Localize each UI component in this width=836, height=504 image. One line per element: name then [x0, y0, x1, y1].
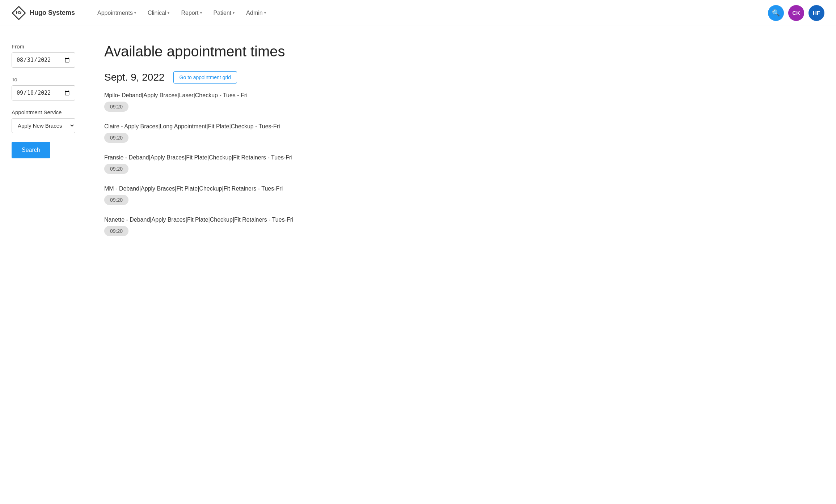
practitioner-section-2: Fransie - Deband|Apply Braces|Fit Plate|… — [104, 154, 819, 174]
to-label: To — [12, 76, 75, 82]
service-group: Appointment Service Apply New Braces Che… — [12, 109, 75, 133]
avatar-ck[interactable]: CK — [788, 5, 804, 21]
service-label: Appointment Service — [12, 109, 75, 115]
practitioner-section-1: Claire - Apply Braces|Long Appointment|F… — [104, 123, 819, 143]
practitioner-name-2: Fransie - Deband|Apply Braces|Fit Plate|… — [104, 154, 819, 161]
chevron-down-icon: ▾ — [134, 11, 136, 15]
navbar: HS Hugo Systems Appointments ▾ Clinical … — [0, 0, 836, 26]
nav-label-appointments: Appointments — [97, 10, 133, 16]
nav-item-report[interactable]: Report ▾ — [176, 7, 207, 19]
nav-label-patient: Patient — [214, 10, 232, 16]
go-to-grid-button[interactable]: Go to appointment grid — [173, 71, 237, 84]
nav-items: Appointments ▾ Clinical ▾ Report ▾ Patie… — [92, 7, 768, 19]
content-area: Available appointment times Sept. 9, 202… — [87, 43, 836, 504]
practitioner-name-1: Claire - Apply Braces|Long Appointment|F… — [104, 123, 819, 130]
logo-icon: HS — [12, 6, 26, 20]
nav-item-appointments[interactable]: Appointments ▾ — [92, 7, 141, 19]
chevron-down-icon: ▾ — [168, 11, 169, 15]
date-header: Sept. 9, 2022 Go to appointment grid — [104, 71, 819, 84]
practitioner-section-3: MM - Deband|Apply Braces|Fit Plate|Check… — [104, 185, 819, 205]
avatar-hf[interactable]: HF — [808, 5, 824, 21]
nav-item-patient[interactable]: Patient ▾ — [208, 7, 240, 19]
practitioner-section-0: Mpilo- Deband|Apply Braces|Laser|Checkup… — [104, 92, 819, 112]
nav-actions: 🔍 CK HF — [768, 5, 824, 21]
to-group: To — [12, 76, 75, 101]
page-title: Available appointment times — [104, 43, 819, 60]
to-date-input[interactable] — [12, 85, 75, 101]
nav-label-report: Report — [181, 10, 198, 16]
practitioner-section-4: Nanette - Deband|Apply Braces|Fit Plate|… — [104, 217, 819, 236]
date-section: Sept. 9, 2022 Go to appointment grid Mpi… — [104, 71, 819, 236]
svg-text:HS: HS — [16, 10, 21, 14]
time-badge-2[interactable]: 09:20 — [104, 164, 128, 174]
service-select[interactable]: Apply New Braces Checkup Deband Fit Plat… — [12, 118, 75, 133]
sidebar: From To Appointment Service Apply New Br… — [0, 43, 87, 504]
time-badge-3[interactable]: 09:20 — [104, 195, 128, 205]
time-badge-1[interactable]: 09:20 — [104, 133, 128, 143]
chevron-down-icon: ▾ — [200, 11, 202, 15]
practitioner-name-4: Nanette - Deband|Apply Braces|Fit Plate|… — [104, 217, 819, 223]
logo: HS Hugo Systems — [12, 6, 75, 20]
nav-item-clinical[interactable]: Clinical ▾ — [143, 7, 175, 19]
time-badge-0[interactable]: 09:20 — [104, 102, 128, 112]
nav-item-admin[interactable]: Admin ▾ — [241, 7, 271, 19]
chevron-down-icon: ▾ — [233, 11, 235, 15]
from-date-input[interactable] — [12, 52, 75, 68]
nav-label-clinical: Clinical — [148, 10, 166, 16]
main-layout: From To Appointment Service Apply New Br… — [0, 26, 836, 504]
from-group: From — [12, 43, 75, 68]
time-badge-4[interactable]: 09:20 — [104, 226, 128, 236]
from-label: From — [12, 43, 75, 50]
search-icon: 🔍 — [772, 9, 780, 17]
nav-label-admin: Admin — [246, 10, 262, 16]
practitioner-name-3: MM - Deband|Apply Braces|Fit Plate|Check… — [104, 185, 819, 192]
chevron-down-icon: ▾ — [264, 11, 266, 15]
logo-text: Hugo Systems — [30, 9, 75, 17]
date-heading: Sept. 9, 2022 — [104, 72, 165, 83]
practitioner-name-0: Mpilo- Deband|Apply Braces|Laser|Checkup… — [104, 92, 819, 99]
search-button[interactable]: Search — [12, 142, 50, 158]
global-search-button[interactable]: 🔍 — [768, 5, 784, 21]
